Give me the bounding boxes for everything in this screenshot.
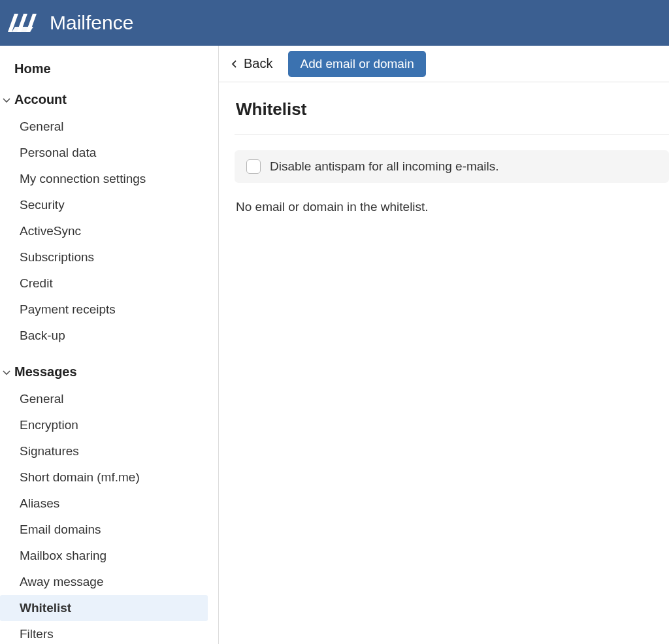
disable-antispam-label: Disable antispam for all incoming e-mail… bbox=[270, 159, 499, 174]
sidebar-item-short-domain[interactable]: Short domain (mf.me) bbox=[0, 464, 218, 491]
app-header: Mailfence bbox=[0, 0, 669, 46]
sidebar-item-email-domains[interactable]: Email domains bbox=[0, 517, 218, 543]
page-title: Whitelist bbox=[235, 99, 669, 135]
sidebar-item-credit[interactable]: Credit bbox=[0, 270, 218, 297]
sidebar-item-general[interactable]: General bbox=[0, 386, 218, 412]
sidebar-account-list: General Personal data My connection sett… bbox=[0, 114, 218, 349]
sidebar-section-account[interactable]: Account bbox=[0, 86, 218, 114]
svg-marker-3 bbox=[12, 27, 33, 32]
toolbar: Back Add email or domain bbox=[219, 46, 669, 82]
back-label: Back bbox=[244, 56, 272, 71]
sidebar-item-payment-receipts[interactable]: Payment receipts bbox=[0, 297, 218, 323]
sidebar-item-activesync[interactable]: ActiveSync bbox=[0, 218, 218, 244]
disable-antispam-row: Disable antispam for all incoming e-mail… bbox=[235, 150, 669, 183]
sidebar-item-connection-settings[interactable]: My connection settings bbox=[0, 166, 218, 192]
settings-sidebar: Home Account General Personal data My co… bbox=[0, 46, 219, 644]
sidebar-item-backup[interactable]: Back-up bbox=[0, 323, 218, 349]
brand[interactable]: Mailfence bbox=[8, 10, 133, 36]
sidebar-item-personal-data[interactable]: Personal data bbox=[0, 140, 218, 166]
content: Whitelist Disable antispam for all incom… bbox=[219, 82, 669, 214]
sidebar-home[interactable]: Home bbox=[0, 52, 218, 86]
sidebar-section-messages[interactable]: Messages bbox=[0, 358, 218, 386]
whitelist-empty-message: No email or domain in the whitelist. bbox=[236, 200, 669, 214]
brand-name: Mailfence bbox=[50, 12, 133, 34]
sidebar-messages-list: General Encryption Signatures Short doma… bbox=[0, 386, 218, 644]
sidebar-section-label: Messages bbox=[14, 364, 77, 379]
chevron-down-icon bbox=[1, 367, 12, 378]
sidebar-item-whitelist[interactable]: Whitelist bbox=[0, 595, 208, 621]
sidebar-item-aliases[interactable]: Aliases bbox=[0, 491, 218, 517]
chevron-left-icon bbox=[231, 59, 240, 69]
sidebar-section-label: Account bbox=[14, 92, 67, 107]
brand-logo-icon bbox=[8, 10, 42, 36]
sidebar-item-subscriptions[interactable]: Subscriptions bbox=[0, 244, 218, 270]
main-panel: Back Add email or domain Whitelist Disab… bbox=[219, 46, 669, 644]
sidebar-item-filters[interactable]: Filters bbox=[0, 621, 218, 644]
sidebar-item-general[interactable]: General bbox=[0, 114, 218, 140]
chevron-down-icon bbox=[1, 95, 12, 105]
disable-antispam-checkbox[interactable] bbox=[246, 159, 261, 174]
add-email-or-domain-button[interactable]: Add email or domain bbox=[288, 51, 425, 77]
sidebar-item-security[interactable]: Security bbox=[0, 192, 218, 218]
sidebar-item-mailbox-sharing[interactable]: Mailbox sharing bbox=[0, 543, 218, 569]
sidebar-item-away-message[interactable]: Away message bbox=[0, 569, 218, 595]
back-button[interactable]: Back bbox=[231, 56, 272, 71]
sidebar-item-encryption[interactable]: Encryption bbox=[0, 412, 218, 438]
sidebar-item-signatures[interactable]: Signatures bbox=[0, 438, 218, 464]
